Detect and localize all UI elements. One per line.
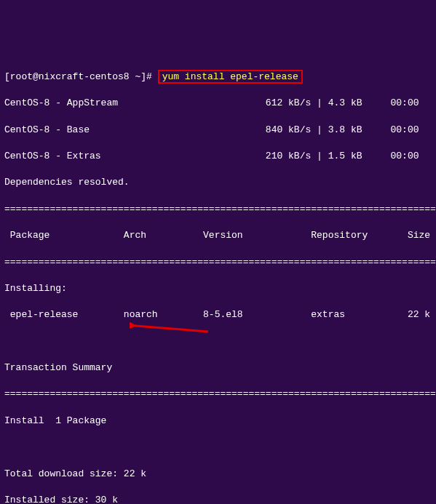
divider: ========================================… (4, 256, 432, 269)
repo-line: CentOS-8 - Extras 210 kB/s | 1.5 kB 00:0… (4, 150, 432, 163)
transaction-summary: Transaction Summary (4, 361, 432, 375)
command-highlight: yum install epel-release (158, 70, 303, 84)
terminal-output: [root@nixcraft-centos8 ~]# yum install e… (4, 57, 432, 504)
repo-line: CentOS-8 - Base 840 kB/s | 3.8 kB 00:00 (4, 124, 432, 137)
deps-resolved: Dependencies resolved. (4, 176, 432, 189)
installed-size: Installed size: 30 k (4, 494, 432, 504)
installing-label: Installing: (4, 282, 432, 295)
repo-line: CentOS-8 - AppStream 612 kB/s | 4.3 kB 0… (4, 97, 432, 110)
divider: ========================================… (4, 388, 432, 401)
download-size: Total download size: 22 k (4, 468, 432, 481)
package-row: epel-release noarch 8-5.el8 extras 22 k (4, 308, 432, 321)
shell-prompt: [root@nixcraft-centos8 ~]# (4, 71, 158, 82)
install-count: Install 1 Package (4, 415, 432, 428)
divider: ========================================… (4, 203, 432, 216)
table-headers: Package Arch Version Repository Size (4, 229, 432, 242)
